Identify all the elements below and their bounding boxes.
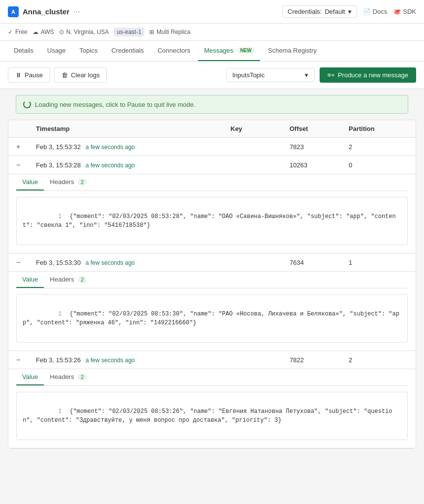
- chevron-down-icon: ▾: [348, 8, 352, 15]
- location-icon: ⊙: [59, 29, 64, 35]
- tab-credentials[interactable]: Credentials: [105, 41, 150, 61]
- timestamp-ago: a few seconds ago: [86, 357, 135, 364]
- row-timestamp: Feb 3, 15:53:32 a few seconds ago: [36, 143, 230, 151]
- value-tabs: Value Headers 2: [16, 272, 408, 288]
- row-expand-icon[interactable]: −: [16, 161, 36, 169]
- row-expanded-content: Value Headers 2 1{"moment": "02/03/2025 …: [8, 272, 416, 351]
- tab-schema-registry[interactable]: Schema Registry: [262, 41, 323, 61]
- expanded-inner: Value Headers 2 1{"moment": "02/03/2025 …: [8, 369, 416, 448]
- tab-headers[interactable]: Headers 2: [44, 272, 93, 288]
- trash-icon: 🗑: [62, 71, 68, 79]
- headers-count: 2: [78, 179, 87, 186]
- row-expand-icon[interactable]: +: [16, 143, 36, 151]
- messages-new-badge: NEW: [238, 47, 254, 54]
- timestamp-text: Feb 3, 15:53:30: [36, 259, 81, 266]
- tab-topics[interactable]: Topics: [73, 41, 103, 61]
- timestamp-ago: a few seconds ago: [86, 259, 135, 266]
- topic-selector[interactable]: InputsTopic ▾: [226, 68, 315, 82]
- table-row[interactable]: − Feb 3, 15:53:28 a few seconds ago 1026…: [8, 156, 416, 174]
- message-value-code: 1{"moment": "02/03/2025 08:53:26", "name…: [16, 392, 408, 440]
- headers-count: 2: [78, 276, 87, 283]
- aws-label: AWS: [41, 29, 54, 35]
- code-content: {"moment": "02/03/2025 08:53:28", "name"…: [23, 213, 396, 229]
- docs-link[interactable]: 📄 Docs: [363, 8, 388, 15]
- row-partition: 2: [349, 356, 408, 364]
- live-banner: Loading new messages, click to Pause to …: [16, 95, 408, 114]
- sdk-icon: 🐙: [393, 8, 401, 15]
- row-timestamp: Feb 3, 15:53:26 a few seconds ago: [36, 356, 230, 364]
- topic-value: InputsTopic: [232, 71, 265, 79]
- timestamp-ago: a few seconds ago: [86, 162, 135, 169]
- produce-message-button[interactable]: ≡+ Produce a new message: [320, 67, 416, 83]
- docs-label: Docs: [373, 8, 388, 15]
- tab-details[interactable]: Details: [8, 41, 39, 61]
- table-row[interactable]: + Feb 3, 15:53:32 a few seconds ago 7823…: [8, 138, 416, 156]
- pause-icon: ⏸: [15, 71, 22, 79]
- header-partition: Partition: [349, 125, 408, 132]
- tab-connectors[interactable]: Connectors: [152, 41, 196, 61]
- pause-button[interactable]: ⏸ Pause: [8, 67, 50, 83]
- check-icon: ✓: [8, 29, 13, 35]
- tab-value[interactable]: Value: [16, 272, 44, 288]
- tab-headers[interactable]: Headers 2: [44, 174, 93, 190]
- expanded-inner: Value Headers 2 1{"moment": "02/03/2025 …: [8, 174, 416, 253]
- timestamp-text: Feb 3, 15:53:32: [36, 143, 81, 151]
- tab-headers[interactable]: Headers 2: [44, 369, 93, 385]
- credentials-label: Credentials:: [288, 8, 322, 15]
- row-partition: 2: [349, 143, 408, 151]
- tag-region: ⊙ N. Virginia, USA: [59, 29, 109, 35]
- row-expand-icon[interactable]: −: [16, 258, 36, 266]
- row-expand-icon[interactable]: −: [16, 356, 36, 364]
- message-value-code: 1{"moment": "02/03/2025 08:53:30", "name…: [16, 294, 408, 343]
- row-partition: 1: [349, 259, 408, 266]
- row-offset: 7634: [290, 259, 349, 266]
- credentials-value: Default: [325, 8, 345, 15]
- row-offset: 7822: [290, 356, 349, 364]
- cluster-info: A Anna_cluster ···: [8, 6, 80, 17]
- produce-icon: ≡+: [327, 71, 335, 79]
- cluster-tags: ✓ Free ☁ AWS ⊙ N. Virginia, USA us-east-…: [8, 28, 416, 36]
- free-label: Free: [15, 29, 28, 35]
- tab-messages-label: Messages: [204, 47, 233, 54]
- header-timestamp: Timestamp: [36, 125, 230, 132]
- row-expanded-content: Value Headers 2 1{"moment": "02/03/2025 …: [8, 174, 416, 253]
- row-offset: 7823: [290, 143, 349, 151]
- cluster-logo: A: [8, 6, 19, 17]
- headers-tab-label: Headers: [50, 178, 74, 186]
- tab-value[interactable]: Value: [16, 369, 44, 385]
- headers-tab-label: Headers: [50, 373, 74, 380]
- nav-tabs: Details Usage Topics Credentials Connect…: [0, 41, 424, 62]
- sub-header: ✓ Free ☁ AWS ⊙ N. Virginia, USA us-east-…: [0, 24, 424, 41]
- sdk-link[interactable]: 🐙 SDK: [393, 8, 416, 15]
- zone-label: us-east-1: [114, 28, 144, 36]
- tab-value[interactable]: Value: [16, 174, 44, 190]
- loading-spinner: [23, 100, 31, 108]
- top-header: A Anna_cluster ··· Credentials: Default …: [0, 0, 424, 24]
- tab-messages[interactable]: Messages NEW: [198, 41, 260, 61]
- toolbar-right: InputsTopic ▾ ≡+ Produce a new message: [226, 67, 416, 83]
- credentials-selector[interactable]: Credentials: Default ▾: [282, 5, 357, 18]
- table-row[interactable]: − Feb 3, 15:53:26 a few seconds ago 7822…: [8, 351, 416, 369]
- timestamp-ago: a few seconds ago: [86, 144, 135, 151]
- row-offset: 10263: [290, 161, 349, 169]
- cloud-icon: ☁: [33, 29, 38, 35]
- pause-label: Pause: [25, 71, 43, 79]
- region-label: N. Virginia, USA: [66, 29, 109, 35]
- table-header: Timestamp Key Offset Partition: [8, 120, 416, 138]
- messages-container: Timestamp Key Offset Partition + Feb 3, …: [0, 120, 424, 457]
- timestamp-text: Feb 3, 15:53:28: [36, 161, 81, 169]
- tab-usage[interactable]: Usage: [41, 41, 72, 61]
- table-row[interactable]: − Feb 3, 15:53:30 a few seconds ago 7634…: [8, 253, 416, 272]
- header-offset: Offset: [290, 125, 349, 132]
- value-tabs: Value Headers 2: [16, 174, 408, 191]
- value-tabs: Value Headers 2: [16, 369, 408, 386]
- code-content: {"moment": "02/03/2025 08:53:30", "name"…: [23, 311, 399, 326]
- row-timestamp: Feb 3, 15:53:28 a few seconds ago: [36, 161, 230, 169]
- clear-logs-button[interactable]: 🗑 Clear logs: [54, 67, 107, 83]
- more-options-button[interactable]: ···: [73, 7, 80, 16]
- toolbar-left: ⏸ Pause 🗑 Clear logs: [8, 67, 107, 83]
- clear-logs-label: Clear logs: [71, 71, 100, 79]
- header-links: 📄 Docs 🐙 SDK: [363, 8, 416, 15]
- replica-label: Multi Replica: [157, 29, 191, 35]
- code-content: {"moment": "02/03/2025 08:53:26", "name"…: [23, 408, 392, 424]
